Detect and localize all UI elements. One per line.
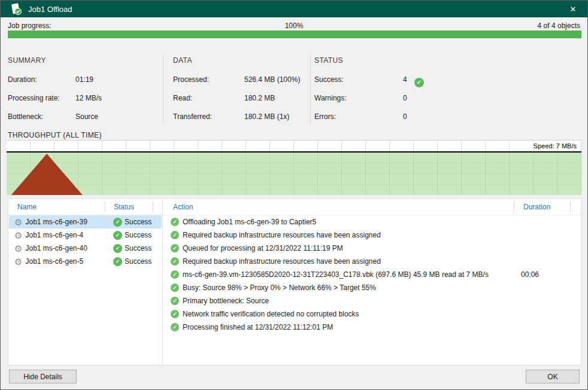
divider [153, 202, 153, 212]
log-entry[interactable]: ✓ms-c6-gen-39.vm-1230585D2020-12-31T2234… [163, 268, 580, 281]
success-check-icon: ✓ [171, 284, 179, 292]
success-check-icon: ✓ [171, 218, 179, 226]
divider [105, 202, 105, 212]
column-header-duration[interactable]: Duration [523, 203, 550, 211]
log-entry[interactable]: ✓Primary bottleneck: Source [163, 294, 580, 307]
gear-icon: ⚙ [14, 257, 22, 266]
chart-speed-label: Speed: 7 MB/s [534, 142, 577, 150]
status-text: Success [125, 231, 151, 239]
status-stat-row: Warnings:0 [314, 94, 452, 103]
gear-icon: ⚙ [14, 218, 22, 227]
log-entry-text: ms-c6-gen-39.vm-1230585D2020-12-31T22340… [183, 270, 489, 279]
success-check-icon: ✓ [171, 310, 179, 318]
divider [310, 54, 311, 124]
gear-icon: ⚙ [14, 231, 22, 240]
summary-title: SUMMARY [8, 56, 157, 65]
stat-label: Warnings: [314, 94, 403, 102]
column-header-name[interactable]: Name [17, 203, 37, 211]
status-text: Success [125, 244, 151, 252]
stat-label: Read: [173, 94, 244, 102]
log-entry-text: Busy: Source 98% > Proxy 0% > Network 66… [183, 284, 376, 292]
summary-stat-row: Bottleneck:Source [8, 112, 157, 121]
stat-value: 180.2 MB (1x) [244, 112, 289, 121]
success-check-icon: ✓ [113, 257, 122, 266]
log-entry-text: Required backup infrastructure resources… [183, 257, 381, 266]
stat-value: 0 [403, 112, 407, 121]
success-check-icon: ✓ [113, 231, 122, 240]
data-title: DATA [173, 56, 308, 65]
summary-panel: SUMMARY Duration:01:19Processing rate:12… [8, 56, 157, 131]
stat-label: Duration: [8, 75, 75, 84]
stat-label: Processing rate: [8, 94, 75, 102]
table-row[interactable]: ⚙Job1 ms-c6-gen-39✓Success [9, 215, 162, 228]
data-stat-row: Read:180.2 MB [173, 94, 308, 103]
job-progress-percent: 100% [1, 22, 587, 30]
titlebar: Job1 Offload ✕ [1, 1, 587, 17]
details-panel: Name Status Action Duration ⚙Job1 ms-c6-… [8, 198, 581, 365]
divider [514, 202, 514, 212]
job-progress-objects: 4 of 4 objects [538, 22, 580, 30]
status-text: Success [125, 218, 151, 226]
close-icon[interactable]: ✕ [562, 1, 584, 17]
success-check-icon: ✓ [414, 78, 424, 87]
stat-label: Success: [314, 75, 403, 84]
success-check-icon: ✓ [171, 257, 179, 266]
stat-label: Processed: [173, 75, 244, 84]
log-entry[interactable]: ✓Queued for processing at 12/31/2022 11:… [163, 242, 580, 255]
job-progress-bar [8, 31, 581, 38]
success-check-icon: ✓ [113, 244, 122, 253]
log-entry-text: Processing finished at 12/31/2022 11:12:… [183, 323, 333, 331]
object-name: Job1 ms-c6-gen-40 [25, 244, 87, 252]
stat-value: 01:19 [75, 75, 93, 84]
log-entry-text: Primary bottleneck: Source [183, 297, 269, 305]
stat-value: 4 [403, 75, 407, 84]
object-name: Job1 ms-c6-gen-39 [25, 218, 87, 226]
chart-headroom [7, 141, 581, 151]
stat-label: Errors: [314, 112, 403, 121]
log-entry[interactable]: ✓Network traffic verification detected n… [163, 307, 580, 321]
hide-details-button[interactable]: Hide Details [9, 370, 77, 383]
object-name: Job1 ms-c6-gen-5 [25, 257, 83, 266]
status-text: Success [125, 257, 151, 266]
table-row[interactable]: ⚙Job1 ms-c6-gen-40✓Success [9, 242, 162, 255]
log-entry-text: Network traffic verification detected no… [183, 310, 359, 318]
success-check-icon: ✓ [113, 218, 122, 227]
stat-value: Source [75, 112, 98, 121]
status-stat-row: Errors:0 [314, 112, 452, 121]
chart-plot-area [7, 153, 581, 195]
throughput-series [7, 153, 581, 195]
status-cell: ✓Success [113, 231, 151, 240]
divider [163, 54, 163, 124]
status-cell: ✓Success [113, 218, 151, 227]
throughput-chart: Speed: 7 MB/s [7, 140, 581, 195]
stat-value: 180.2 MB [244, 94, 275, 102]
column-header-action[interactable]: Action [173, 203, 193, 211]
log-entry-duration: 00:06 [521, 270, 539, 279]
success-check-icon: ✓ [171, 244, 179, 252]
data-panel: DATA Processed:526.4 MB (100%)Read:180.2… [173, 56, 308, 131]
stat-value: 0 [403, 94, 407, 102]
log-entry[interactable]: ✓Processing finished at 12/31/2022 11:12… [163, 321, 580, 334]
gear-icon: ⚙ [14, 244, 22, 253]
status-cell: ✓Success [113, 257, 151, 266]
object-name: Job1 ms-c6-gen-4 [25, 231, 83, 239]
stat-value: 526.4 MB (100%) [244, 75, 300, 84]
log-entry[interactable]: ✓Required backup infrastructure resource… [163, 255, 580, 268]
job-icon [10, 3, 22, 16]
log-entry-text: Queued for processing at 12/31/2022 11:1… [183, 244, 343, 252]
log-entry-text: Offloading Job1 ms-c6-gen-39 to Captier5 [183, 218, 316, 226]
column-header-status[interactable]: Status [114, 203, 134, 211]
job-progress-window: Job1 Offload ✕ Job progress: 100% 4 of 4… [0, 0, 588, 390]
stat-label: Bottleneck: [8, 112, 75, 121]
ok-button[interactable]: OK [526, 370, 580, 383]
table-row[interactable]: ⚙Job1 ms-c6-gen-5✓Success [9, 255, 162, 268]
log-entry[interactable]: ✓Offloading Job1 ms-c6-gen-39 to Captier… [163, 215, 580, 228]
log-entry[interactable]: ✓Required backup infrastructure resource… [163, 228, 580, 242]
throughput-title: THROUGHPUT (ALL TIME) [8, 131, 102, 139]
log-entry-text: Required backup infrastructure resources… [183, 231, 381, 239]
table-row[interactable]: ⚙Job1 ms-c6-gen-4✓Success [9, 228, 162, 242]
status-title: STATUS [314, 56, 452, 65]
stat-value: 12 MB/s [75, 94, 102, 102]
status-panel: STATUS Success:4✓Warnings:0Errors:0 [314, 56, 452, 131]
log-entry[interactable]: ✓Busy: Source 98% > Proxy 0% > Network 6… [163, 281, 580, 294]
